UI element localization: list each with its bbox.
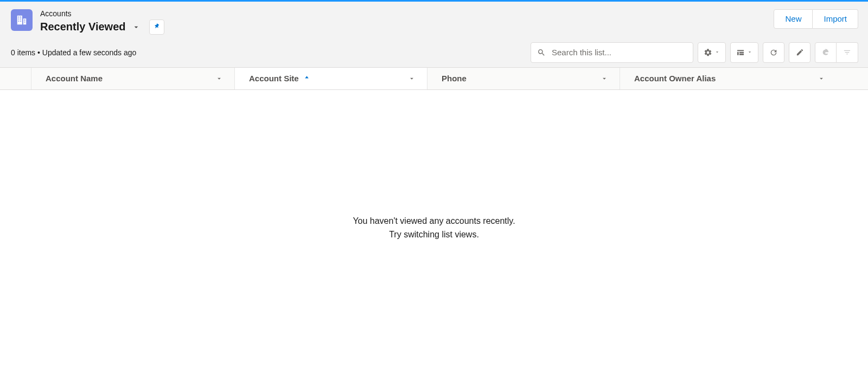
select-all-column [0, 68, 31, 89]
column-phone[interactable]: Phone [427, 68, 620, 89]
new-button[interactable]: New [774, 9, 813, 29]
header-row-bottom: 0 items • Updated a few seconds ago [11, 42, 858, 63]
list-view-controls [531, 42, 858, 63]
chart-button[interactable] [815, 42, 837, 63]
status-text: 0 items • Updated a few seconds ago [11, 48, 136, 57]
pin-list-button[interactable] [149, 20, 164, 35]
row-action-column [837, 68, 868, 89]
filter-icon [843, 48, 851, 56]
filter-button[interactable] [837, 42, 858, 63]
search-wrapper [531, 42, 693, 63]
column-menu-button[interactable] [405, 75, 418, 82]
edit-list-button[interactable] [789, 42, 810, 63]
account-object-icon [11, 9, 33, 31]
table-header-row: Account Name Account Site Phone Account … [0, 67, 868, 90]
chevron-down-icon [408, 75, 416, 82]
column-menu-button[interactable] [213, 75, 226, 82]
column-label: Account Owner Alias [634, 74, 716, 83]
chevron-down-icon [747, 48, 752, 56]
list-view-controls-button[interactable] [698, 42, 726, 63]
view-name-row: Recently Viewed [40, 20, 164, 35]
chevron-down-icon [714, 48, 720, 56]
display-as-button[interactable] [730, 42, 758, 63]
chart-filter-group [815, 42, 858, 63]
search-input[interactable] [531, 42, 693, 63]
column-account-name[interactable]: Account Name [31, 68, 235, 89]
table-icon [736, 48, 745, 57]
import-button[interactable]: Import [813, 9, 858, 29]
refresh-icon [769, 48, 778, 57]
list-view-switcher[interactable] [131, 23, 142, 31]
header-row-top: Accounts Recently Viewed New Import [11, 9, 858, 35]
chevron-down-icon [215, 75, 223, 82]
empty-state-message: You haven't viewed any accounts recently… [353, 215, 515, 242]
column-account-owner-alias[interactable]: Account Owner Alias [620, 68, 837, 89]
empty-line-1: You haven't viewed any accounts recently… [353, 215, 515, 228]
title-block: Accounts Recently Viewed [40, 9, 164, 35]
column-label: Account Name [46, 74, 103, 83]
chevron-down-icon [601, 75, 608, 82]
sort-ascending-icon [303, 75, 310, 82]
refresh-button[interactable] [763, 42, 784, 63]
column-account-site[interactable]: Account Site [235, 68, 427, 89]
column-menu-button[interactable] [598, 75, 611, 82]
object-label: Accounts [40, 9, 164, 18]
list-view-name[interactable]: Recently Viewed [40, 21, 125, 33]
search-icon [537, 48, 546, 57]
column-menu-button[interactable] [815, 75, 828, 82]
pencil-icon [796, 48, 804, 56]
column-label: Account Site [249, 74, 299, 83]
empty-line-2: Try switching list views. [353, 228, 515, 242]
gear-icon [704, 48, 712, 57]
chevron-down-icon [818, 75, 825, 82]
accounts-list-view-page: Accounts Recently Viewed New Import 0 i [0, 0, 868, 381]
column-label: Phone [442, 74, 467, 83]
table-body-empty: You haven't viewed any accounts recently… [0, 90, 868, 381]
pie-chart-icon [821, 48, 830, 57]
page-action-buttons: New Import [774, 9, 858, 29]
list-view-header: Accounts Recently Viewed New Import 0 i [0, 2, 868, 67]
